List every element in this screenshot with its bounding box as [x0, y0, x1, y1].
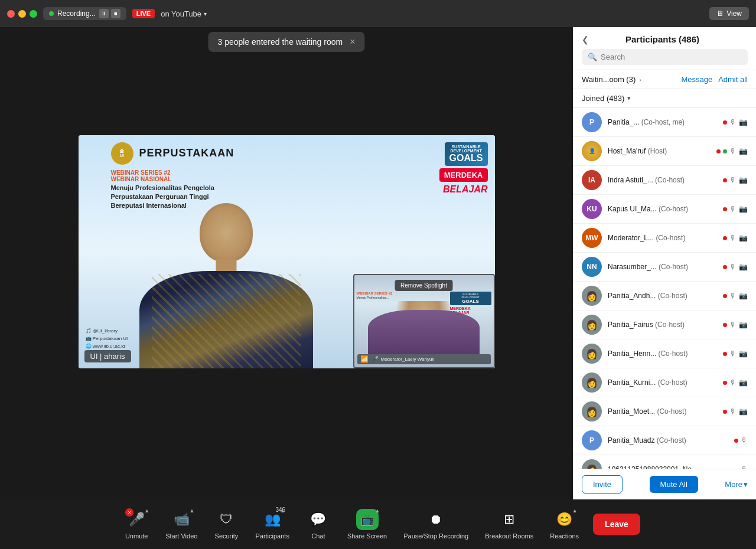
- search-input[interactable]: [601, 53, 742, 61]
- status-dot-red: [716, 149, 721, 153]
- status-dot: [723, 294, 727, 298]
- participant-list: P Panitia_... (Co-host, me) 🎙 📷 👤 Host_M…: [573, 108, 756, 469]
- merdeka-badge: MERDEKA: [439, 168, 488, 182]
- mic-off-icon: 🎙: [729, 407, 737, 416]
- security-toolbar-item[interactable]: 🛡 Security: [206, 509, 247, 540]
- participant-badges: 🎙 📷: [723, 176, 748, 184]
- invite-button[interactable]: Invite: [582, 475, 623, 494]
- share-screen-label: Share Screen: [347, 532, 387, 540]
- pause-recording-icon: ⏺: [425, 509, 447, 530]
- library-title: PERPUSTAKAAN: [139, 147, 234, 159]
- avatar: NN: [582, 257, 602, 277]
- unmute-caret[interactable]: ▲: [144, 508, 149, 514]
- participant-badges: 🎙 📷: [723, 378, 748, 387]
- participant-badges: 🎙 📷: [723, 205, 748, 213]
- participant-item: P Panitia_... (Co-host, me) 🎙 📷: [573, 108, 756, 137]
- participant-badges: 🎙 📷: [723, 321, 748, 329]
- share-caret[interactable]: ▲: [375, 508, 380, 514]
- avatar: 👩: [582, 401, 602, 421]
- security-icon: 🛡: [216, 509, 237, 530]
- recording-label: Recording...: [57, 9, 96, 18]
- joined-label: Joined (483): [582, 94, 624, 103]
- pause-recording-toolbar-item[interactable]: ⏺ Pause/Stop Recording: [395, 509, 477, 540]
- view-button[interactable]: 🖥 View: [709, 7, 749, 20]
- video-area: 3 people entered the waiting room × 🏛UI …: [0, 27, 573, 499]
- admit-all-button[interactable]: Admit all: [718, 75, 748, 84]
- waiting-room-chevron[interactable]: ›: [639, 76, 641, 83]
- start-video-icon: 📹 ▲: [171, 509, 192, 530]
- notification-message: 3 people entered the waiting room: [217, 37, 343, 47]
- panel-actions: Invite Mute All More ▾: [573, 469, 756, 499]
- participant-name: Panitia_Muadz (Co-host): [608, 436, 728, 445]
- minimize-button[interactable]: [18, 10, 26, 18]
- avatar: IA: [582, 170, 602, 190]
- cam-off-icon: 📷: [739, 378, 748, 387]
- mic-off-icon: 🎙: [729, 263, 737, 271]
- start-video-toolbar-item[interactable]: 📹 ▲ Start Video: [157, 509, 206, 540]
- participant-badges: 🎙 📷: [723, 349, 748, 358]
- participant-badges: 🎙 📷: [723, 292, 748, 300]
- participant-item: 👤 Host_Ma'ruf (Host) 🎙 📷: [573, 137, 756, 166]
- chat-toolbar-item[interactable]: 💬 Chat: [298, 509, 339, 540]
- share-screen-toolbar-item[interactable]: 📺 ▲ Share Screen: [339, 509, 395, 540]
- status-dot: [723, 323, 727, 327]
- participant-badges: 🎙 📷: [716, 147, 748, 155]
- participant-item: 👩 Panitia_Fairus (Co-host) 🎙 📷: [573, 311, 756, 339]
- participants-icon: 👥 346 ▲: [262, 509, 283, 530]
- status-dot: [723, 120, 727, 125]
- joined-chevron[interactable]: ▾: [627, 94, 631, 102]
- share-screen-icon: 📺 ▲: [357, 509, 378, 530]
- participant-item: KU Kapus UI_Ma... (Co-host) 🎙 📷: [573, 195, 756, 224]
- video-caret[interactable]: ▲: [189, 508, 194, 514]
- participant-item: 👩 Panitia_Andh... (Co-host) 🎙 📷: [573, 282, 756, 311]
- belajar-text: BELAJAR: [443, 184, 488, 195]
- avatar: P: [582, 430, 602, 450]
- maximize-button[interactable]: [30, 10, 37, 18]
- leave-button[interactable]: Leave: [593, 514, 640, 535]
- avatar: 👩: [582, 315, 602, 335]
- participants-toolbar-item[interactable]: 👥 346 ▲ Participants: [247, 509, 297, 540]
- reactions-caret[interactable]: ▲: [572, 508, 578, 514]
- recording-dot: [49, 11, 54, 16]
- participant-name: Narasumber_... (Co-host): [608, 263, 717, 271]
- message-button[interactable]: Message: [681, 75, 712, 84]
- breakout-rooms-toolbar-item[interactable]: ⊞ Breakout Rooms: [477, 509, 542, 540]
- close-button[interactable]: [7, 10, 15, 18]
- remove-spotlight-button[interactable]: Remove Spotlight: [395, 280, 453, 291]
- avatar: 👤: [582, 141, 602, 161]
- more-button[interactable]: More ▾: [725, 480, 748, 489]
- unmute-toolbar-item[interactable]: 🎤 ✕ ▲ Unmute: [116, 509, 157, 540]
- unmute-label: Unmute: [125, 532, 148, 540]
- webinar-series: WEBINAR SERIES #2 WEBINAR NASIONAL: [111, 169, 395, 182]
- status-dot: [723, 207, 727, 211]
- more-chevron: ▾: [744, 480, 748, 489]
- cam-off-icon: 📷: [739, 234, 748, 242]
- speaker-label: UI | aharis: [84, 350, 131, 362]
- mute-all-button[interactable]: Mute All: [650, 476, 698, 493]
- stop-btn[interactable]: ■: [111, 9, 120, 18]
- reactions-toolbar-item[interactable]: 😊 ▲ Reactions: [542, 509, 587, 540]
- notification-close[interactable]: ×: [350, 37, 355, 47]
- breakout-rooms-icon: ⊞: [498, 509, 520, 530]
- mic-off-icon: 🎙: [729, 321, 737, 329]
- youtube-chevron[interactable]: ▾: [204, 11, 207, 17]
- mic-off-icon: 🎙: [729, 176, 737, 184]
- participant-item: 👩 Panitia_Kurni... (Co-host) 🎙 📷: [573, 368, 756, 397]
- youtube-label: on YouTube ▾: [161, 9, 207, 18]
- panel-collapse-chevron[interactable]: ❮: [582, 35, 589, 44]
- avatar: 👩: [582, 344, 602, 364]
- mic-off-icon: 🎙: [729, 234, 737, 242]
- mic-off-icon: 🎙: [729, 147, 737, 155]
- avatar: 👩: [582, 372, 602, 393]
- status-dot: [723, 178, 727, 182]
- participant-name: Panitia_Henn... (Co-host): [608, 349, 717, 358]
- pause-btn[interactable]: ⏸: [99, 9, 109, 18]
- notification-bar: 3 people entered the waiting room ×: [208, 32, 364, 52]
- mic-off-icon: 🎙: [729, 292, 737, 300]
- panel-title: Participants (486): [625, 34, 699, 44]
- participants-caret[interactable]: ▲: [280, 508, 285, 514]
- mic-off-icon: 🎙: [741, 436, 748, 445]
- cam-off-icon: 📷: [739, 349, 748, 358]
- joined-header: Joined (483) ▾: [573, 89, 756, 108]
- reactions-icon: 😊 ▲: [554, 509, 575, 530]
